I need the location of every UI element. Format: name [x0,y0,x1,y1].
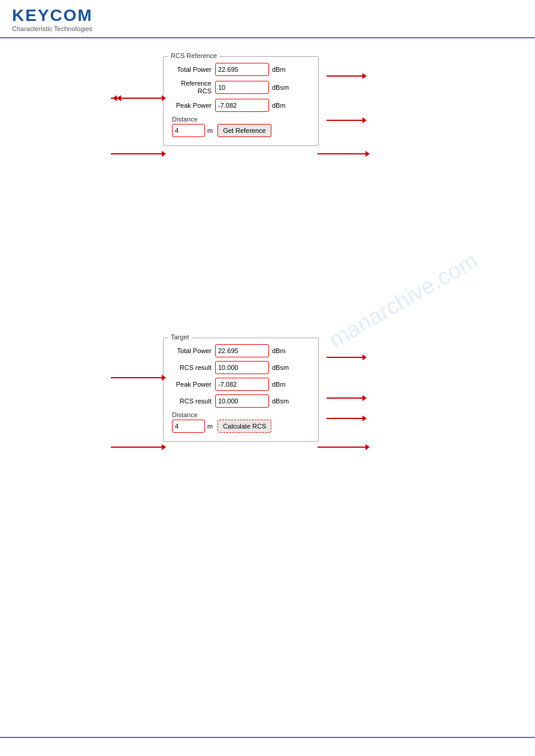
peak-power-label: Peak Power [172,101,215,110]
target-panel: Target Total Power dBm RCS result dBsm P… [163,338,319,442]
total-power-label: Total Power [172,65,215,74]
target-distance-input[interactable] [172,420,205,433]
target-rcs-result1-label: RCS result [172,363,215,372]
arrow-target-total-power [327,354,367,360]
target-total-power-label: Total Power [172,347,215,355]
reference-rcs-unit: dBsm [272,84,291,91]
target-total-power-input[interactable] [215,344,269,357]
target-panel-title: Target [168,333,192,341]
target-peak-power-row: Peak Power dBm [172,378,310,391]
target-rcs-result2-row: RCS result dBsm [172,394,310,408]
arrow-distance-ref [111,151,166,157]
arrow-peak-power-ref [327,117,367,123]
reference-rcs-row: ReferenceRCS dBsm [172,80,310,95]
reference-rcs-label: ReferenceRCS [172,80,215,95]
target-total-power-unit: dBm [272,347,291,354]
distance-block: Distance m [172,116,213,137]
target-distance-calc-row: Distance m Calculate RCS [172,411,310,433]
target-distance-label: Distance [172,411,213,418]
target-rcs-result1-unit: dBsm [272,364,291,371]
rcs-reference-panel: RCS Reference Total Power dBm ReferenceR… [163,56,319,146]
target-rcs-result2-unit: dBsm [272,397,291,405]
arrow-target-rcs2 [327,415,367,421]
arrow-target-rcs1 [111,375,166,381]
reference-rcs-input[interactable] [215,81,269,94]
total-power-unit: dBm [272,66,291,73]
target-peak-power-label: Peak Power [172,380,215,388]
subtitle: Characteristic Technologies [12,25,523,32]
distance-get-ref-row: Distance m Get Reference [172,116,310,137]
logo: KEYCOM [12,7,523,24]
peak-power-unit: dBm [272,102,291,109]
target-rcs-result2-input[interactable] [215,394,269,408]
arrow-get-ref [318,151,370,157]
peak-power-input[interactable] [215,99,269,112]
target-rcs-result2-label: RCS result [172,397,215,405]
distance-unit: m [207,127,213,134]
target-total-power-row: Total Power dBm [172,344,310,357]
target-distance-unit: m [207,423,213,430]
target-rcs-result1-row: RCS result dBsm [172,361,310,374]
target-distance-block: Distance m [172,411,213,433]
calculate-rcs-button[interactable]: Calculate RCS [217,420,271,433]
peak-power-row: Peak Power dBm [172,99,310,112]
target-peak-power-input[interactable] [215,378,269,391]
get-reference-button[interactable]: Get Reference [217,124,271,137]
arrow-calculate-rcs [318,444,370,450]
target-rcs-result1-input[interactable] [215,361,269,374]
header: KEYCOM Characteristic Technologies [0,0,535,38]
arrow-target-distance [111,444,166,450]
arrow-target-peak-power [327,395,367,401]
rcs-reference-title: RCS Reference [168,52,219,59]
target-peak-power-unit: dBm [272,381,291,388]
arrow-total-power-ref [327,73,367,79]
distance-label: Distance [172,116,213,123]
arrow-ref-rcs-2 [111,95,166,101]
total-power-row: Total Power dBm [172,63,310,76]
total-power-input[interactable] [215,63,269,76]
footer-line [0,737,535,738]
distance-input[interactable] [172,124,205,137]
